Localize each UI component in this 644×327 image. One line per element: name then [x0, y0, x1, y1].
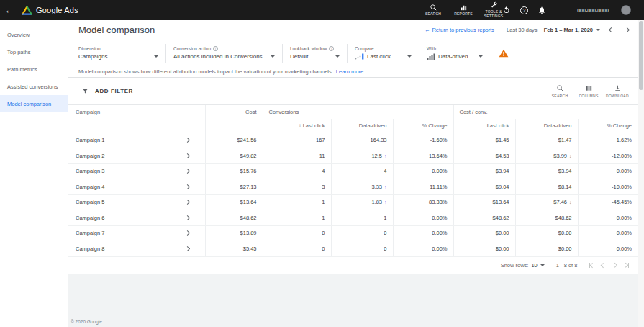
expand-chevron-icon[interactable]: [185, 138, 190, 143]
date-range-selector[interactable]: Feb 1 – Mar 1, 2020: [544, 27, 600, 33]
show-rows-select[interactable]: 10: [531, 262, 544, 269]
expand-chevron-icon[interactable]: [185, 169, 190, 174]
bar-chart-icon: [427, 53, 435, 60]
conv-last-click-cell: 3: [263, 179, 331, 195]
expand-chevron-icon[interactable]: [185, 246, 190, 251]
expand-chevron-icon[interactable]: [185, 200, 190, 205]
topbar-search-button[interactable]: SEARCH: [420, 4, 446, 17]
first-page-button[interactable]: [589, 263, 594, 268]
compare-model-value: Last click: [367, 53, 403, 60]
sidebar: Overview Top paths Path metrics Assisted…: [0, 20, 68, 327]
return-to-previous-reports-link[interactable]: ← Return to previous reports: [425, 27, 494, 33]
column-header-conv-change[interactable]: % Change: [393, 119, 453, 133]
conversion-action-filter[interactable]: Conversion action i All actions included…: [173, 44, 283, 63]
sidebar-item-overview[interactable]: Overview: [0, 26, 68, 43]
top-app-bar: ← Google Ads SEARCH REPORTS: [0, 0, 644, 20]
conv-data-driven-value: 12.5: [371, 153, 382, 159]
cost-conv-data-driven-value: $8.14: [558, 184, 572, 190]
campaign-name: Campaign 4: [76, 184, 104, 190]
sidebar-item-top-paths[interactable]: Top paths: [0, 43, 68, 61]
cost-conv-data-driven-value: $7.46: [553, 199, 567, 205]
column-header-cc-change[interactable]: % Change: [578, 119, 638, 133]
expand-chevron-icon[interactable]: [185, 184, 190, 189]
column-header-cc-last-click[interactable]: Last click: [453, 119, 515, 133]
table-download-button[interactable]: DOWNLOAD: [604, 82, 630, 100]
next-date-range-button[interactable]: [622, 27, 632, 33]
cost-cell: $49.82: [205, 148, 263, 164]
previous-date-range-button[interactable]: [607, 27, 616, 33]
campaign-name: Campaign 6: [76, 215, 104, 221]
conv-last-click-cell: 0: [263, 241, 331, 257]
sidebar-item-model-comparison[interactable]: Model comparison: [0, 95, 68, 112]
with-model-selector[interactable]: With Data-driven: [427, 44, 490, 63]
copyright-text: © 2020 Google: [71, 319, 102, 324]
cost-conv-change-cell: -45.45%: [578, 194, 638, 210]
cost-conv-change-cell: 0.00%: [578, 225, 638, 241]
table-row: Campaign 3 $15.76 4 4 0.00% $3.94 $3.94 …: [68, 164, 638, 179]
conv-change-cell: 0.00%: [393, 225, 453, 241]
sort-descending-icon: ↓: [299, 122, 301, 129]
expand-chevron-icon[interactable]: [185, 215, 190, 220]
refresh-icon[interactable]: [502, 6, 511, 14]
conv-trend-arrow-icon: ↑: [384, 184, 387, 189]
last-page-button[interactable]: [624, 263, 629, 268]
next-page-button[interactable]: [613, 264, 617, 267]
google-ads-triangle-icon: [22, 6, 32, 15]
lookback-window-value: Default: [290, 53, 331, 60]
download-icon: [614, 84, 622, 92]
pagination-range: 1 - 8 of 8: [556, 262, 578, 269]
table-columns-button[interactable]: COLUMNS: [576, 82, 602, 100]
previous-page-button[interactable]: [602, 264, 605, 267]
lookback-window-filter[interactable]: Lookback window i Default: [290, 44, 348, 63]
header-controls: ← Return to previous reports Last 30 day…: [425, 27, 632, 33]
vertical-scrollbar[interactable]: [638, 20, 644, 327]
sidebar-item-assisted-conversions[interactable]: Assisted conversions: [0, 78, 68, 95]
cost-cell: $5.45: [205, 241, 263, 257]
conv-change-cell: -1.60%: [393, 133, 453, 148]
column-header-cc-data-driven[interactable]: Data-driven: [515, 119, 578, 133]
wrench-icon: [490, 1, 498, 9]
sidebar-item-path-metrics[interactable]: Path metrics: [0, 61, 68, 78]
dimension-filter[interactable]: Dimension Campaigns: [78, 44, 166, 63]
warning-indicator[interactable]: [499, 49, 509, 58]
cost-conv-last-click-cell: $1.45: [453, 133, 515, 148]
notifications-bell-icon[interactable]: [538, 6, 546, 14]
scrollbar-thumb[interactable]: [639, 21, 643, 90]
cost-conv-data-driven-value: $48.62: [555, 215, 572, 221]
cost-cell: $13.89: [205, 225, 263, 241]
column-header-conv-last-click[interactable]: ↓Last click: [263, 119, 331, 133]
account-phone-number: 000-000-0000: [567, 0, 619, 20]
conv-change-cell: 0.00%: [393, 164, 453, 179]
topbar-reports-button[interactable]: REPORTS: [450, 4, 476, 17]
cost-conv-last-click-cell: $9.04: [453, 179, 515, 195]
column-header-conv-data-driven[interactable]: Data-driven: [331, 119, 393, 133]
cost-conv-change-cell: 0.00%: [578, 164, 638, 179]
search-icon: [430, 4, 437, 12]
column-group-conversions: Conversions: [263, 105, 453, 119]
back-arrow-icon[interactable]: ←: [0, 0, 19, 20]
avatar[interactable]: [621, 5, 631, 15]
conv-last-click-cell: 4: [263, 164, 331, 179]
learn-more-link[interactable]: Learn more: [336, 68, 363, 75]
campaign-name: Campaign 2: [76, 153, 104, 159]
add-filter-button[interactable]: ADD FILTER: [81, 87, 133, 95]
expand-chevron-icon[interactable]: [185, 153, 190, 158]
table-row: Campaign 4 $27.13 3 3.33↑ 11.11% $9.04 $…: [68, 179, 638, 195]
help-icon[interactable]: ?: [520, 6, 528, 14]
conv-last-click-cell: 1: [263, 210, 331, 226]
columns-icon: [585, 84, 593, 92]
table-row: Campaign 2 $49.82 11 12.5↑ 13.64% $4.53 …: [68, 148, 638, 164]
column-header-campaign[interactable]: Campaign: [68, 105, 171, 119]
brand-name: Google Ads: [36, 6, 78, 14]
table-search-button[interactable]: SEARCH: [547, 82, 573, 100]
expand-chevron-icon[interactable]: [185, 230, 190, 236]
column-header-cost[interactable]: Cost: [205, 105, 263, 119]
cost-conv-last-click-cell: $0.00: [453, 241, 515, 257]
conv-data-driven-value: 3.33: [371, 184, 382, 190]
google-ads-logo[interactable]: Google Ads: [22, 6, 78, 15]
info-banner: Model comparison shows how different att…: [68, 66, 638, 78]
compare-model-selector[interactable]: Compare Last click: [355, 44, 419, 63]
last-click-icon: [355, 53, 364, 60]
table-toolbar: ADD FILTER SEARCH COLUMNS: [68, 78, 638, 105]
campaign-name: Campaign 5: [76, 199, 104, 205]
